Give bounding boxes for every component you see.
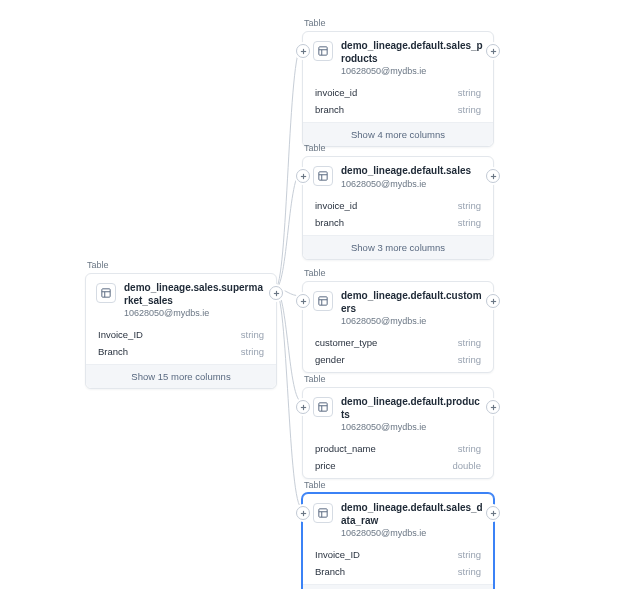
svg-rect-5: [319, 47, 327, 55]
lineage-node-target[interactable]: Table demo_lineage.default.sales_data_ra…: [302, 480, 494, 589]
node-card[interactable]: demo_lineage.default.sales 10628050@mydb…: [302, 156, 494, 260]
column-row: pricedouble: [303, 457, 493, 474]
node-card[interactable]: demo_lineage.default.sales_data_raw 1062…: [302, 493, 494, 589]
input-port[interactable]: [296, 400, 310, 414]
output-port[interactable]: [486, 294, 500, 308]
node-title: demo_lineage.default.products: [341, 396, 483, 421]
table-icon: [313, 397, 333, 417]
node-type-tag: Table: [304, 18, 494, 28]
column-row: branchstring: [303, 101, 493, 118]
svg-rect-0: [102, 289, 110, 297]
input-port[interactable]: [296, 44, 310, 58]
lineage-node-target[interactable]: Table demo_lineage.default.sales 1062805…: [302, 143, 494, 260]
column-row: invoice_idstring: [303, 84, 493, 101]
lineage-node-target[interactable]: Table demo_lineage.default.customers 106…: [302, 268, 494, 373]
column-row: Invoice_IDstring: [303, 546, 493, 563]
column-row: product_namestring: [303, 440, 493, 457]
svg-rect-33: [319, 509, 327, 517]
output-port[interactable]: [486, 44, 500, 58]
table-icon: [313, 503, 333, 523]
column-row: Branchstring: [303, 563, 493, 580]
column-row: Branchstring: [86, 343, 276, 360]
node-type-tag: Table: [87, 260, 277, 270]
node-card[interactable]: demo_lineage.default.products 10628050@m…: [302, 387, 494, 479]
node-type-tag: Table: [304, 480, 494, 490]
node-owner: 10628050@mydbs.ie: [341, 422, 483, 432]
lineage-node-target[interactable]: Table demo_lineage.default.products 1062…: [302, 374, 494, 479]
node-title: demo_lineage.default.sales_data_raw: [341, 502, 483, 527]
show-more-columns[interactable]: Show 15 more columns: [86, 364, 276, 388]
column-row: customer_typestring: [303, 334, 493, 351]
node-card[interactable]: demo_lineage.default.customers 10628050@…: [302, 281, 494, 373]
table-icon: [96, 283, 116, 303]
show-more-columns[interactable]: Show 15 more columns: [303, 584, 493, 589]
node-type-tag: Table: [304, 268, 494, 278]
lineage-node-source[interactable]: Table demo_lineage.sales.supermarket_sal…: [85, 260, 277, 389]
column-row: genderstring: [303, 351, 493, 368]
node-owner: 10628050@mydbs.ie: [124, 308, 266, 318]
node-owner: 10628050@mydbs.ie: [341, 179, 471, 189]
node-type-tag: Table: [304, 143, 494, 153]
output-port[interactable]: [486, 169, 500, 183]
output-port[interactable]: [486, 506, 500, 520]
node-title: demo_lineage.default.sales: [341, 165, 471, 178]
lineage-node-target[interactable]: Table demo_lineage.default.sales_product…: [302, 18, 494, 147]
node-owner: 10628050@mydbs.ie: [341, 528, 483, 538]
column-row: invoice_idstring: [303, 197, 493, 214]
output-port[interactable]: [269, 286, 283, 300]
table-icon: [313, 41, 333, 61]
node-title: demo_lineage.default.sales_products: [341, 40, 483, 65]
svg-rect-19: [319, 297, 327, 305]
input-port[interactable]: [296, 169, 310, 183]
column-row: branchstring: [303, 214, 493, 231]
node-owner: 10628050@mydbs.ie: [341, 316, 483, 326]
node-title: demo_lineage.default.customers: [341, 290, 483, 315]
lineage-canvas[interactable]: Table demo_lineage.sales.supermarket_sal…: [0, 0, 627, 589]
node-type-tag: Table: [304, 374, 494, 384]
input-port[interactable]: [296, 294, 310, 308]
node-card[interactable]: demo_lineage.sales.supermarket_sales 106…: [85, 273, 277, 389]
table-icon: [313, 166, 333, 186]
node-card[interactable]: demo_lineage.default.sales_products 1062…: [302, 31, 494, 147]
show-more-columns[interactable]: Show 3 more columns: [303, 235, 493, 259]
node-title: demo_lineage.sales.supermarket_sales: [124, 282, 266, 307]
table-icon: [313, 291, 333, 311]
svg-rect-26: [319, 403, 327, 411]
output-port[interactable]: [486, 400, 500, 414]
column-row: Invoice_IDstring: [86, 326, 276, 343]
svg-rect-12: [319, 172, 327, 180]
input-port[interactable]: [296, 506, 310, 520]
node-owner: 10628050@mydbs.ie: [341, 66, 483, 76]
